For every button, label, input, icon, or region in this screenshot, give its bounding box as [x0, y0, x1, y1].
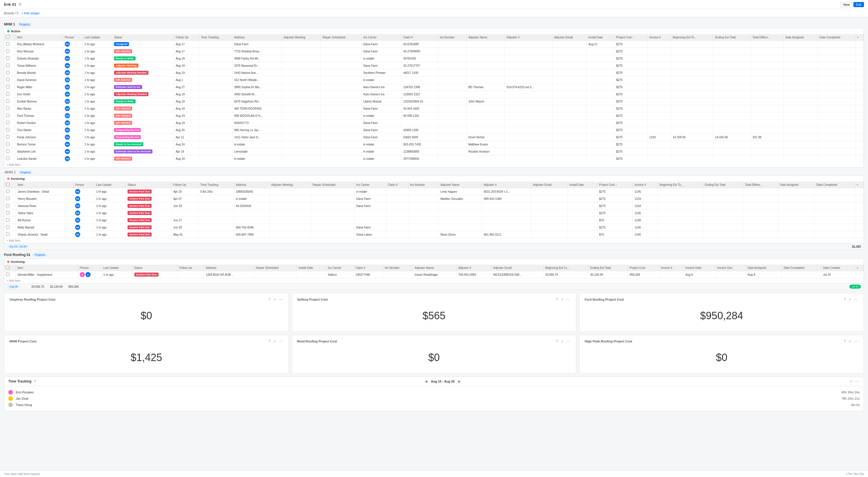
add-widget-button[interactable]: + Add widget [21, 11, 39, 15]
widget-reed-more[interactable]: ⋯ [566, 339, 571, 344]
row-beg-est: 14,769.59 [671, 134, 713, 141]
row-date-assigned [783, 105, 817, 112]
row-action[interactable] [855, 148, 863, 155]
row-action[interactable] [855, 69, 863, 76]
row-adj-meeting [282, 55, 321, 62]
row-action[interactable] [855, 48, 863, 55]
widget-ford-expand[interactable]: ⤢ [848, 297, 852, 302]
row-action[interactable] [855, 105, 863, 112]
row-adj-email [553, 105, 587, 112]
widget-umphrey-info[interactable]: ? [268, 297, 271, 302]
row-date-assigned [783, 112, 817, 120]
inv-row-ins-num [408, 224, 438, 231]
widget-sollena-info[interactable]: ? [555, 297, 559, 302]
ford-select-all[interactable] [6, 266, 9, 269]
row-action[interactable] [855, 141, 863, 148]
time-tracking-more[interactable]: ⋯ [855, 379, 860, 384]
inv-col-add[interactable]: + [855, 181, 863, 188]
widget-sollena-more[interactable]: ⋯ [566, 297, 571, 302]
inv-row-action[interactable] [855, 202, 863, 210]
erin-avatar [8, 390, 13, 395]
widget-ford-info[interactable]: ? [843, 297, 846, 302]
widget-mhm-info[interactable]: ? [268, 339, 271, 344]
row-action[interactable] [855, 155, 863, 162]
col-add[interactable]: + [855, 34, 863, 41]
widget-umphrey-expand[interactable]: ⤢ [273, 297, 277, 302]
row-date-assigned [783, 134, 817, 141]
inv-row-update: 1 hr ago [94, 202, 126, 210]
row-action[interactable] [855, 134, 863, 141]
inv-row-address [234, 210, 269, 217]
widget-mhm-more[interactable]: ⋯ [278, 339, 283, 344]
time-tracking-info[interactable]: ? [33, 379, 37, 384]
row-action[interactable] [855, 76, 863, 83]
inv-col-follow: Follow Up [172, 181, 198, 188]
inv-col-install: Install Date [568, 181, 597, 188]
row-action[interactable] [855, 127, 863, 134]
row-action[interactable] [855, 83, 863, 91]
row-invoice [647, 148, 671, 155]
edit-button[interactable]: Edit [854, 2, 864, 7]
inv-row-follow: Jun 27 [172, 217, 198, 224]
row-install [587, 55, 614, 62]
time-tracking-prev[interactable]: ◀ [424, 379, 428, 384]
ford-col-add[interactable]: + [855, 265, 864, 271]
col-project-cost: Project Cost ↑ [614, 34, 648, 41]
ford-row-action[interactable] [855, 271, 864, 278]
ford-row-adj-email: NICOLE8/BOOLISM... [491, 271, 543, 278]
widget-reed-info[interactable]: ? [555, 339, 559, 344]
widgets-row-2: MHM Project Cost ? ⤢ ⋯ $1,425 Reed Roofi… [4, 335, 864, 374]
widget-reed-expand[interactable]: ⤢ [560, 339, 564, 344]
inv-col-beg: Beginning Est To... [658, 181, 703, 188]
add-invoicing-item[interactable]: + Add Item [4, 238, 864, 243]
row-person: RB [63, 69, 83, 76]
inv-row-repair [311, 224, 354, 231]
row-beg-est [671, 83, 713, 91]
row-date-completed [817, 134, 855, 141]
row-ins-num [438, 69, 467, 76]
row-action[interactable] [855, 112, 863, 120]
inv-row-action[interactable] [855, 210, 863, 217]
row-action[interactable] [855, 98, 863, 105]
mhm1-title: MHM 1 [4, 22, 15, 26]
select-all-checkbox[interactable] [6, 35, 9, 39]
inv-row-action[interactable] [855, 217, 863, 224]
row-adj-meeting [282, 83, 321, 91]
row-action[interactable] [855, 41, 863, 48]
inv-row-action[interactable] [855, 231, 863, 238]
widget-highpeak-expand[interactable]: ⤢ [848, 339, 852, 344]
add-ford-item[interactable]: + Add Item [4, 278, 864, 283]
row-repair [321, 134, 361, 141]
inv-row-action[interactable] [855, 224, 863, 231]
inv-row-adj-name [439, 202, 482, 210]
time-tracking-expand[interactable]: ⤢ [849, 379, 854, 384]
inv-row-time: 5 lbs 2/5s [198, 188, 234, 195]
view-button[interactable]: View [840, 2, 852, 7]
time-tracking-header: Time Tracking ? ◀ Aug 14 - Aug 20 ▶ ⤢ ⋯ [4, 377, 864, 386]
row-action[interactable] [855, 120, 863, 127]
row-install [587, 98, 614, 105]
row-status: Info Needed [112, 155, 174, 162]
time-tracking-next[interactable]: ▶ [457, 379, 462, 384]
widget-ford-more[interactable]: ⋯ [854, 297, 859, 302]
inv-select-all[interactable] [6, 183, 9, 186]
widget-mhm-expand[interactable]: ⤢ [273, 339, 277, 344]
tiana-time: 0m 0s [851, 403, 860, 407]
inv-row-time [198, 202, 234, 210]
row-action[interactable] [855, 55, 863, 62]
boards-nav[interactable]: Boards / 5 [4, 11, 18, 15]
inv-row-action[interactable] [855, 195, 863, 202]
widget-sollena-expand[interactable]: ⤢ [560, 297, 564, 302]
inv-row-action[interactable] [855, 188, 863, 195]
widget-umphrey-more[interactable]: ⋯ [278, 297, 283, 302]
row-action[interactable] [855, 91, 863, 98]
widget-highpeak-info[interactable]: ? [843, 339, 846, 344]
row-action[interactable] [855, 62, 863, 69]
add-active-item[interactable]: + Add Item [4, 162, 864, 167]
widget-highpeak-more[interactable]: ⋯ [854, 339, 859, 344]
row-ins-num [438, 62, 467, 69]
inv-row-item: Betty Barnett [16, 224, 73, 231]
row-update: 1 hr ago [83, 134, 112, 141]
row-adj-num [505, 55, 553, 62]
inv-row-date-completed [814, 224, 855, 231]
